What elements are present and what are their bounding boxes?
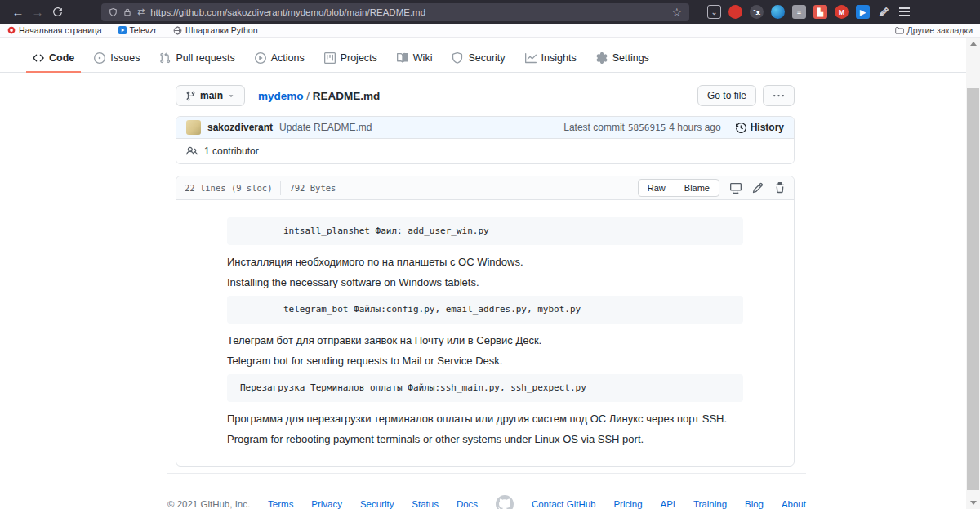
commit-hash-link[interactable]: 5856915 xyxy=(628,123,666,133)
divider xyxy=(280,181,281,195)
issue-icon xyxy=(94,52,105,64)
browser-assistant-icon[interactable] xyxy=(771,5,785,19)
code-block: Перезагрузка Терминалов оплаты Файлы:ssh… xyxy=(227,374,743,402)
lock-icon[interactable] xyxy=(123,7,131,17)
footer-link-status[interactable]: Status xyxy=(412,499,439,509)
go-to-file-button[interactable]: Go to file xyxy=(697,85,756,106)
gear-icon xyxy=(596,52,608,64)
menu-icon[interactable] xyxy=(899,7,910,16)
home-favicon-icon xyxy=(7,26,16,34)
mail-extension-icon[interactable]: M xyxy=(835,5,849,19)
tab-insights[interactable]: Insights xyxy=(519,44,583,73)
raw-blame-group: Raw Blame xyxy=(638,179,719,197)
url-text: https://github.com/sakozdiverant/mydemo/… xyxy=(150,7,666,17)
refresh-icon[interactable] xyxy=(47,3,67,21)
footer-link-contact[interactable]: Contact GitHub xyxy=(532,499,596,509)
wiki-icon xyxy=(397,52,408,64)
file-lines-info: 22 lines (9 sloc) xyxy=(185,183,272,193)
readme-paragraph: Installing the necessary software on Win… xyxy=(227,275,743,290)
copyright: © 2021 GitHub, Inc. xyxy=(167,499,250,509)
bookmark-python-cheatsheets[interactable]: Шпаргалки Python xyxy=(173,25,258,35)
contributors-row[interactable]: 1 contributor xyxy=(176,139,794,163)
raw-button[interactable]: Raw xyxy=(638,179,675,197)
github-logo-icon[interactable] xyxy=(496,495,514,509)
tab-projects[interactable]: Projects xyxy=(318,44,384,73)
readme-paragraph: Телеграм бот для отправки заявок на Почт… xyxy=(227,333,743,348)
paw-extension-icon[interactable]: ᵔᴥ xyxy=(750,5,764,19)
pdf-extension-icon[interactable]: ▙ xyxy=(813,5,827,19)
latest-commit-bar: sakozdiverant Update README.md Latest co… xyxy=(176,117,794,139)
shield-icon[interactable] xyxy=(109,7,118,17)
history-icon xyxy=(736,123,746,133)
file-header: 22 lines (9 sloc) 792 Bytes Raw Blame xyxy=(176,176,794,200)
scrollbar-down-icon[interactable] xyxy=(966,497,980,509)
edit-pencil-icon[interactable] xyxy=(752,182,764,194)
document-extension-icon[interactable]: ≡ xyxy=(792,5,806,19)
bookmarks-bar: Начальная страница Televzr Шпаргалки Pyt… xyxy=(0,24,980,38)
tab-code[interactable]: Code xyxy=(26,44,81,73)
footer-link-about[interactable]: About xyxy=(782,499,806,509)
footer-link-api[interactable]: API xyxy=(660,499,675,509)
file-content-box: 22 lines (9 sloc) 792 Bytes Raw Blame xyxy=(176,176,795,467)
file-navigation: main mydemo / README.md Go to file xyxy=(176,84,795,107)
bookmark-star-icon[interactable]: ☆ xyxy=(671,7,682,18)
tab-security[interactable]: Security xyxy=(445,44,511,73)
other-bookmarks[interactable]: Другие закладки xyxy=(895,25,973,35)
televzr-extension-icon[interactable]: ▶ xyxy=(856,5,870,19)
back-icon[interactable]: ← xyxy=(8,3,28,21)
people-icon xyxy=(186,145,198,157)
branch-select-button[interactable]: main xyxy=(176,85,245,106)
commit-author-link[interactable]: sakozdiverant xyxy=(207,122,273,133)
avatar[interactable] xyxy=(186,120,201,135)
footer-link-blog[interactable]: Blog xyxy=(745,499,764,509)
pull-request-icon xyxy=(159,52,171,64)
url-bar[interactable]: ⇄ https://github.com/sakozdiverant/mydem… xyxy=(101,3,689,21)
contributors-count: 1 contributor xyxy=(204,145,259,157)
actions-icon xyxy=(255,52,266,64)
scrollbar-up-icon[interactable] xyxy=(966,38,980,50)
footer-link-security[interactable]: Security xyxy=(360,499,394,509)
blame-button[interactable]: Blame xyxy=(675,179,719,197)
footer-link-terms[interactable]: Terms xyxy=(268,499,293,509)
footer-link-docs[interactable]: Docs xyxy=(457,499,478,509)
container-tab-icon[interactable]: ⇄ xyxy=(137,7,145,17)
delete-trash-icon[interactable] xyxy=(774,182,786,194)
code-block: telegram_bot Файлы:config.py, email_addr… xyxy=(227,296,743,324)
more-options-button[interactable] xyxy=(763,85,795,106)
commit-message-link[interactable]: Update README.md xyxy=(279,122,372,133)
tab-pull-requests[interactable]: Pull requests xyxy=(153,44,241,73)
repo-nav: Code Issues Pull requests Actions Projec… xyxy=(0,44,966,73)
footer: © 2021 GitHub, Inc. Terms Privacy Securi… xyxy=(167,473,806,509)
file-size: 792 Bytes xyxy=(289,183,336,193)
history-link[interactable]: History xyxy=(736,122,784,133)
code-block: intsall_planshet Фаил: add_user_win.py xyxy=(227,217,743,245)
eyedropper-icon[interactable]: 🖉 xyxy=(877,5,891,19)
extensions-row: ⌄ ᵔᴥ ≡ ▙ M ▶ 🖉 xyxy=(707,5,891,19)
bookmark-televzr[interactable]: Televzr xyxy=(118,25,157,35)
page-scrollbar[interactable] xyxy=(966,38,980,509)
pocket-icon[interactable]: ⌄ xyxy=(707,5,721,19)
graph-icon xyxy=(525,52,537,64)
code-icon xyxy=(33,52,44,64)
readme-paragraph: Программа для перезагрузки терминалов оп… xyxy=(227,412,743,426)
tab-actions[interactable]: Actions xyxy=(248,44,311,73)
footer-link-training[interactable]: Training xyxy=(693,499,727,509)
projects-icon xyxy=(324,52,336,64)
bookmark-home[interactable]: Начальная страница xyxy=(7,25,102,35)
open-in-desktop-icon[interactable] xyxy=(730,182,742,194)
footer-link-privacy[interactable]: Privacy xyxy=(311,499,342,509)
adblock-icon[interactable] xyxy=(728,5,742,19)
scrollbar-thumb[interactable] xyxy=(967,88,979,490)
kebab-icon xyxy=(773,91,784,101)
footer-link-pricing[interactable]: Pricing xyxy=(613,499,642,509)
breadcrumb: mydemo / README.md xyxy=(258,90,380,102)
browser-toolbar: ← → ⇄ https://github.com/sakozdiverant/m… xyxy=(0,0,980,24)
forward-icon[interactable]: → xyxy=(28,3,47,21)
github-page: Code Issues Pull requests Actions Projec… xyxy=(0,38,966,509)
tab-settings[interactable]: Settings xyxy=(590,44,656,73)
commit-box: sakozdiverant Update README.md Latest co… xyxy=(176,116,795,164)
tab-wiki[interactable]: Wiki xyxy=(390,44,439,73)
globe-favicon-icon xyxy=(173,26,182,35)
tab-issues[interactable]: Issues xyxy=(87,44,146,73)
breadcrumb-repo-link[interactable]: mydemo xyxy=(258,90,304,102)
